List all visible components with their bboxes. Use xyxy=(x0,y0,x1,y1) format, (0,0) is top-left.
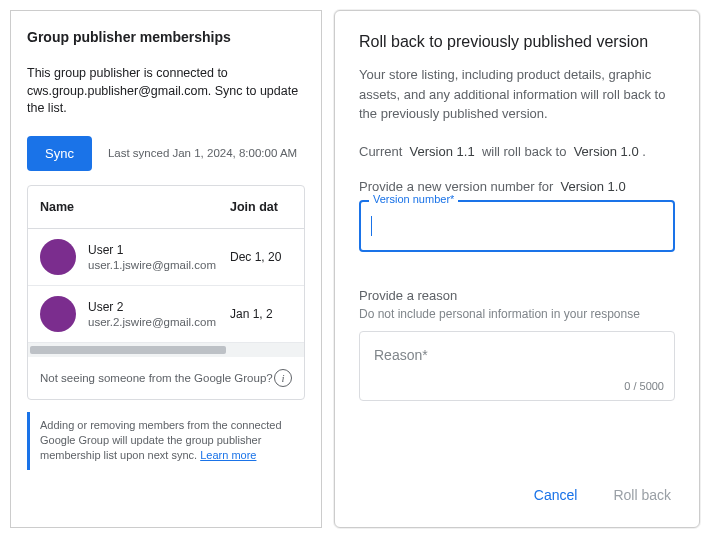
table-row[interactable]: User 2 user.2.jswire@gmail.com Jan 1, 2 xyxy=(28,286,304,343)
panel-description: This group publisher is connected to cws… xyxy=(27,65,305,118)
user-block: User 2 user.2.jswire@gmail.com xyxy=(88,299,230,328)
provide-version-prefix: Provide a new version number for xyxy=(359,179,553,194)
reason-title: Provide a reason xyxy=(359,288,675,303)
horizontal-scrollbar[interactable] xyxy=(28,343,304,357)
col-name-header: Name xyxy=(40,200,230,214)
current-version-line: Current Version 1.1 will roll back to Ve… xyxy=(359,144,675,159)
period: . xyxy=(642,144,646,159)
last-synced-text: Last synced Jan 1, 2024, 8:00:00 AM xyxy=(108,147,297,159)
user-email: user.1.jswire@gmail.com xyxy=(88,259,230,271)
text-caret xyxy=(371,216,372,236)
user-block: User 1 user.1.jswire@gmail.com xyxy=(88,242,230,271)
version-number-label: Version number* xyxy=(369,193,458,205)
user-name: User 1 xyxy=(88,242,230,259)
user-name: User 2 xyxy=(88,299,230,316)
col-join-header: Join dat xyxy=(230,200,292,214)
sync-row: Sync Last synced Jan 1, 2024, 8:00:00 AM xyxy=(27,136,305,171)
avatar xyxy=(40,239,76,275)
learn-more-link[interactable]: Learn more xyxy=(200,449,256,461)
current-prefix: Current xyxy=(359,144,402,159)
scrollbar-thumb[interactable] xyxy=(30,346,226,354)
rollback-button[interactable]: Roll back xyxy=(609,479,675,511)
version-number-input[interactable] xyxy=(359,200,675,252)
not-seeing-text: Not seeing someone from the Google Group… xyxy=(40,372,273,384)
sync-button[interactable]: Sync xyxy=(27,136,92,171)
version-number-field-wrap: Version number* xyxy=(359,200,675,252)
info-icon[interactable]: i xyxy=(274,369,292,387)
target-version: Version 1.0 xyxy=(574,144,639,159)
join-date: Jan 1, 2 xyxy=(230,307,273,321)
members-table: Name Join dat User 1 user.1.jswire@gmail… xyxy=(27,185,305,400)
sync-note: Adding or removing members from the conn… xyxy=(27,412,305,470)
group-publisher-panel: Group publisher memberships This group p… xyxy=(10,10,322,528)
dialog-title: Roll back to previously published versio… xyxy=(359,33,675,51)
user-email: user.2.jswire@gmail.com xyxy=(88,316,230,328)
provide-version-target: Version 1.0 xyxy=(561,179,626,194)
dialog-actions: Cancel Roll back xyxy=(359,463,675,511)
reason-placeholder: Reason* xyxy=(374,347,428,363)
current-version: Version 1.1 xyxy=(410,144,475,159)
join-date: Dec 1, 20 xyxy=(230,250,281,264)
not-seeing-row: Not seeing someone from the Google Group… xyxy=(28,357,304,399)
roll-back-to-text: will roll back to xyxy=(482,144,567,159)
avatar xyxy=(40,296,76,332)
reason-subtext: Do not include personal information in y… xyxy=(359,307,675,321)
panel-title: Group publisher memberships xyxy=(27,29,305,45)
table-row[interactable]: User 1 user.1.jswire@gmail.com Dec 1, 20 xyxy=(28,229,304,286)
reason-textarea[interactable]: Reason* 0 / 5000 xyxy=(359,331,675,401)
char-count: 0 / 5000 xyxy=(624,380,664,392)
table-header: Name Join dat xyxy=(28,186,304,229)
dialog-description: Your store listing, including product de… xyxy=(359,65,675,124)
rollback-dialog: Roll back to previously published versio… xyxy=(334,10,700,528)
cancel-button[interactable]: Cancel xyxy=(530,479,582,511)
provide-version-line: Provide a new version number for Version… xyxy=(359,179,675,194)
